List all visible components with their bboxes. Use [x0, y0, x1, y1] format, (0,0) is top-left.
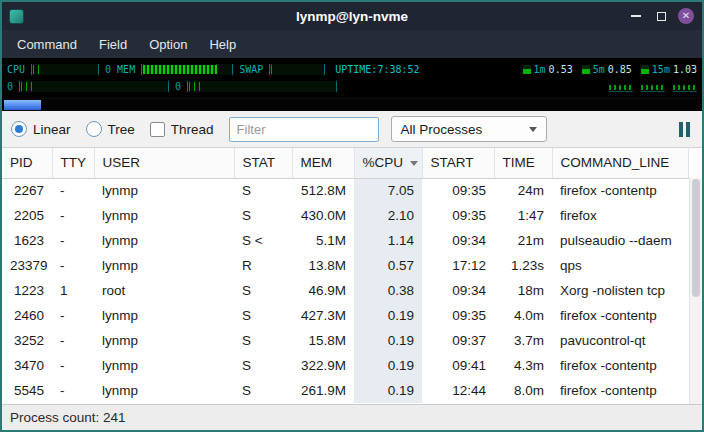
menu-option[interactable]: Option — [138, 32, 198, 57]
table-header-row: PIDTTYUSERSTATMEM%CPUSTARTTIMECOMMAND_LI… — [2, 148, 689, 178]
linear-radio[interactable] — [11, 121, 27, 137]
menu-command[interactable]: Command — [6, 32, 88, 57]
cell-time: 4.0m — [494, 303, 552, 328]
column-header-start[interactable]: START — [422, 148, 494, 178]
column-header-command_line[interactable]: COMMAND_LINE — [552, 148, 689, 178]
process-row[interactable]: 23379-lynmpR13.8M0.5717:121.23sqps — [2, 253, 689, 278]
cell-command_line: Xorg -nolisten tcp — [552, 278, 689, 303]
cell-stat: S — [234, 178, 292, 203]
load-history-minigraphs — [609, 82, 697, 92]
core0-label: 0 — [7, 81, 13, 92]
menu-field[interactable]: Field — [88, 32, 138, 57]
cell-mem: 5.1M — [292, 228, 354, 253]
cell-command_line: firefox -contentp — [552, 378, 689, 403]
column-header-user[interactable]: USER — [94, 148, 234, 178]
cell-%cpu: 0.19 — [354, 378, 422, 403]
pause-icon — [686, 122, 690, 137]
process-row[interactable]: 3252-lynmpS15.8M0.1909:373.7mpavucontrol… — [2, 328, 689, 353]
cell-tty: - — [52, 328, 94, 353]
column-header-label: TTY — [61, 155, 87, 170]
core1-meter-fill — [189, 82, 201, 91]
cell-time: 3.7m — [494, 328, 552, 353]
pause-button[interactable] — [676, 119, 693, 140]
cell-%cpu: 7.05 — [354, 178, 422, 203]
cell-tty: 1 — [52, 278, 94, 303]
cell-time: 18m — [494, 278, 552, 303]
swap-meter-fill — [271, 65, 274, 74]
cell-mem: 427.3M — [292, 303, 354, 328]
process-row[interactable]: 2267-lynmpS512.8M7.0509:3524mfirefox -co… — [2, 178, 689, 203]
load-history-recent-graph — [4, 100, 41, 110]
restore-button[interactable] — [651, 6, 671, 26]
process-row[interactable]: 3470-lynmpS322.9M0.1909:414.3mfirefox -c… — [2, 353, 689, 378]
process-row[interactable]: 5545-lynmpS261.9M0.1912:448.0mfirefox -c… — [2, 378, 689, 403]
cell-%cpu: 1.14 — [354, 228, 422, 253]
cell-stat: S — [234, 203, 292, 228]
tree-radio-group[interactable]: Tree — [86, 121, 135, 137]
minimize-button[interactable] — [626, 6, 646, 26]
scrollbar-thumb[interactable] — [692, 179, 700, 297]
process-row[interactable]: 2205-lynmpS430.0M2.1009:351:47firefox — [2, 203, 689, 228]
column-header-label: PID — [10, 155, 33, 170]
swap-label: SWAP — [239, 64, 263, 75]
close-button[interactable]: ✕ — [676, 6, 696, 26]
cell-pid: 2267 — [2, 178, 52, 203]
process-filter-dropdown[interactable]: All Processes — [391, 116, 547, 142]
cell-start: 09:41 — [422, 353, 494, 378]
thread-checkbox-group[interactable]: Thread — [150, 122, 214, 137]
cell-user: lynmp — [94, 303, 234, 328]
cell-command_line: pavucontrol-qt — [552, 328, 689, 353]
cpu-label: CPU — [7, 64, 25, 75]
cell-%cpu: 2.10 — [354, 203, 422, 228]
column-header-time[interactable]: TIME — [494, 148, 552, 178]
app-window: lynmp@lyn-nvme ✕ Command Field Option He… — [0, 0, 704, 432]
system-monitor: CPU 0 MEM SWAP UPTIME:7:38:52 1m0.53 5m0… — [2, 58, 702, 98]
cell-user: lynmp — [94, 178, 234, 203]
column-header-label: START — [431, 155, 474, 170]
titlebar[interactable]: lynmp@lyn-nvme ✕ — [2, 2, 702, 30]
column-header-%cpu[interactable]: %CPU — [354, 148, 422, 178]
cell-start: 09:35 — [422, 303, 494, 328]
process-row[interactable]: 12231rootS46.9M0.3809:3418mXorg -noliste… — [2, 278, 689, 303]
cell-start: 09:37 — [422, 328, 494, 353]
minimize-icon — [631, 15, 641, 17]
cell-tty: - — [52, 253, 94, 278]
process-row[interactable]: 1623-lynmpS <5.1M1.1409:3421mpulseaudio … — [2, 228, 689, 253]
menu-help[interactable]: Help — [198, 32, 247, 57]
cell-mem: 322.9M — [292, 353, 354, 378]
cell-pid: 1223 — [2, 278, 52, 303]
process-row[interactable]: 2460-lynmpS427.3M0.1909:354.0mfirefox -c… — [2, 303, 689, 328]
cpu-meter-fill — [33, 65, 40, 74]
cell-user: root — [94, 278, 234, 303]
vertical-scrollbar[interactable] — [689, 178, 702, 404]
column-header-tty[interactable]: TTY — [52, 148, 94, 178]
load-1m-history-graph — [609, 82, 633, 92]
cell-user: lynmp — [94, 378, 234, 403]
cell-tty: - — [52, 303, 94, 328]
thread-checkbox-label: Thread — [171, 122, 214, 137]
cell-mem: 15.8M — [292, 328, 354, 353]
cell-command_line: pulseaudio --daem — [552, 228, 689, 253]
cell-time: 1:47 — [494, 203, 552, 228]
cell-stat: S — [234, 378, 292, 403]
column-header-stat[interactable]: STAT — [234, 148, 292, 178]
cell-pid: 3252 — [2, 328, 52, 353]
cell-stat: S — [234, 278, 292, 303]
cell-user: lynmp — [94, 203, 234, 228]
swap-meter — [269, 64, 325, 75]
linear-radio-group[interactable]: Linear — [11, 121, 71, 137]
tree-radio[interactable] — [86, 121, 102, 137]
thread-checkbox[interactable] — [150, 122, 165, 137]
cell-time: 8.0m — [494, 378, 552, 403]
cell-command_line: firefox -contentp — [552, 303, 689, 328]
load-1m-value: 0.53 — [549, 64, 573, 75]
cell-mem: 46.9M — [292, 278, 354, 303]
load-5m-history-graph — [641, 82, 665, 92]
load-15m-history-graph — [673, 82, 697, 92]
cell-start: 09:34 — [422, 228, 494, 253]
column-header-pid[interactable]: PID — [2, 148, 52, 178]
cell-pid: 1623 — [2, 228, 52, 253]
column-header-mem[interactable]: MEM — [292, 148, 354, 178]
filter-input[interactable] — [229, 117, 379, 142]
column-header-label: COMMAND_LINE — [561, 155, 670, 170]
